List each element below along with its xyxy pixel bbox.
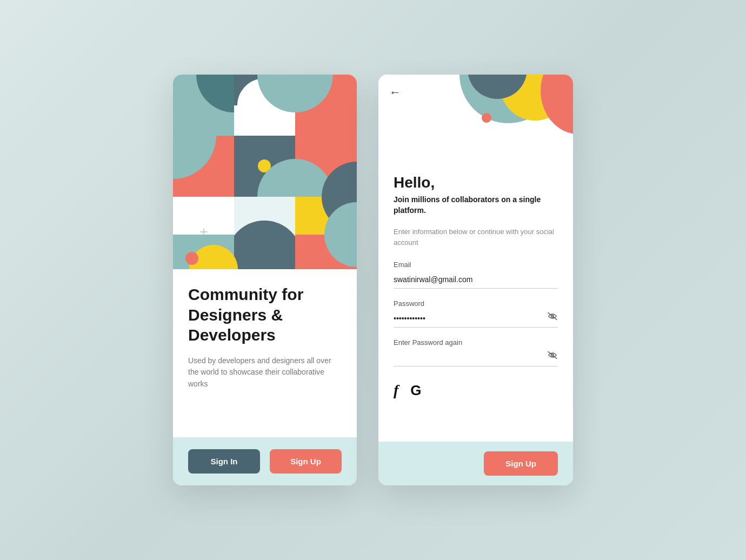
screen2-footer: Sign Up	[378, 442, 573, 485]
password-toggle-icon[interactable]	[547, 312, 558, 323]
screen1-description: Used by developers and designers all ove…	[188, 355, 342, 390]
screen1-footer: Sign In Sign Up	[173, 437, 357, 485]
confirm-password-input[interactable]	[394, 350, 558, 366]
email-group: Email	[394, 261, 558, 289]
back-button[interactable]: ←	[389, 86, 401, 98]
screen2-body: Hello, Join millions of collaborators on…	[378, 161, 573, 442]
signin-button[interactable]: Sign In	[188, 449, 260, 474]
social-icons: f G	[394, 382, 558, 399]
password-group: Password	[394, 299, 558, 328]
password-input[interactable]	[394, 311, 558, 328]
confirm-password-group: Enter Password again	[394, 338, 558, 366]
password-label: Password	[394, 299, 558, 308]
hello-greeting: Hello,	[394, 174, 558, 191]
confirm-password-toggle-icon[interactable]	[547, 351, 558, 362]
screen1-content: Community for Designers & Developers Use…	[173, 269, 357, 416]
hello-subtitle: Join millions of collaborators on a sing…	[394, 195, 558, 216]
screen2-card: ← Hello, Join millions of collaborators …	[378, 75, 573, 485]
google-icon[interactable]: G	[410, 382, 421, 399]
svg-point-28	[482, 113, 491, 123]
screen1-card: + Community for Designers & Developers U…	[173, 75, 357, 485]
email-label: Email	[394, 261, 558, 269]
signup-button[interactable]: Sign Up	[270, 449, 342, 474]
signup-submit-button[interactable]: Sign Up	[484, 451, 558, 476]
helper-text: Enter information below or continue with…	[394, 226, 558, 248]
screen1-title: Community for Designers & Developers	[188, 284, 342, 345]
email-input[interactable]	[394, 272, 558, 289]
svg-point-21	[185, 252, 198, 265]
screens-container: + Community for Designers & Developers U…	[173, 75, 573, 485]
facebook-icon[interactable]: f	[394, 382, 398, 399]
artwork-illustration: +	[173, 75, 357, 269]
confirm-password-label: Enter Password again	[394, 338, 558, 346]
screen2-top-art: ←	[378, 75, 573, 161]
